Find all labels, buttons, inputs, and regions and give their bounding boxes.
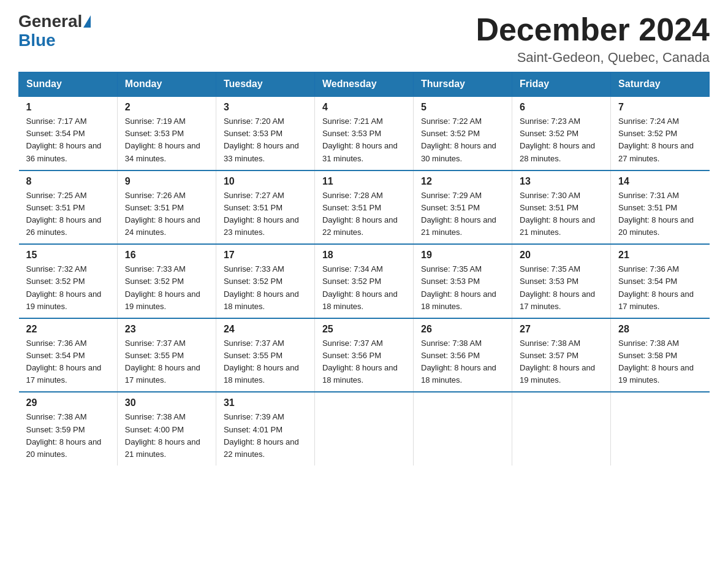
calendar-cell: 13Sunrise: 7:30 AMSunset: 3:51 PMDayligh… [512, 170, 611, 245]
calendar-cell: 8Sunrise: 7:25 AMSunset: 3:51 PMDaylight… [19, 170, 118, 245]
calendar-week-4: 22Sunrise: 7:36 AMSunset: 3:54 PMDayligh… [19, 318, 710, 393]
day-info: Sunrise: 7:32 AMSunset: 3:52 PMDaylight:… [26, 263, 110, 313]
weekday-header-wednesday: Wednesday [314, 72, 413, 97]
day-number: 29 [26, 397, 110, 408]
day-info: Sunrise: 7:20 AMSunset: 3:53 PMDaylight:… [224, 115, 307, 165]
logo-triangle-icon [83, 15, 91, 28]
calendar-cell: 25Sunrise: 7:37 AMSunset: 3:56 PMDayligh… [314, 318, 413, 393]
day-number: 17 [224, 250, 307, 261]
weekday-header-saturday: Saturday [611, 72, 710, 97]
day-info: Sunrise: 7:23 AMSunset: 3:52 PMDaylight:… [520, 115, 603, 165]
day-number: 6 [520, 102, 603, 113]
calendar-cell: 18Sunrise: 7:34 AMSunset: 3:52 PMDayligh… [314, 244, 413, 318]
day-number: 13 [520, 176, 603, 187]
calendar-week-1: 1Sunrise: 7:17 AMSunset: 3:54 PMDaylight… [19, 96, 710, 170]
day-number: 7 [618, 102, 702, 113]
page-title: December 2024 [476, 12, 710, 47]
calendar-cell: 1Sunrise: 7:17 AMSunset: 3:54 PMDaylight… [19, 96, 118, 170]
day-info: Sunrise: 7:39 AMSunset: 4:01 PMDaylight:… [224, 411, 307, 461]
calendar-cell: 22Sunrise: 7:36 AMSunset: 3:54 PMDayligh… [19, 318, 118, 393]
day-info: Sunrise: 7:34 AMSunset: 3:52 PMDaylight:… [322, 263, 406, 313]
calendar-cell: 11Sunrise: 7:28 AMSunset: 3:51 PMDayligh… [314, 170, 413, 245]
day-number: 27 [520, 324, 603, 335]
weekday-header-row: SundayMondayTuesdayWednesdayThursdayFrid… [19, 72, 710, 97]
day-number: 10 [224, 176, 307, 187]
calendar-cell: 29Sunrise: 7:38 AMSunset: 3:59 PMDayligh… [19, 392, 118, 465]
day-number: 11 [322, 176, 406, 187]
weekday-header-friday: Friday [512, 72, 611, 97]
day-info: Sunrise: 7:24 AMSunset: 3:52 PMDaylight:… [618, 115, 702, 165]
calendar-cell: 31Sunrise: 7:39 AMSunset: 4:01 PMDayligh… [216, 392, 314, 465]
day-info: Sunrise: 7:38 AMSunset: 3:58 PMDaylight:… [618, 337, 702, 387]
logo-general: General [18, 12, 82, 31]
day-info: Sunrise: 7:38 AMSunset: 3:56 PMDaylight:… [421, 337, 504, 387]
day-info: Sunrise: 7:27 AMSunset: 3:51 PMDaylight:… [224, 190, 307, 239]
day-number: 5 [421, 102, 504, 113]
day-number: 21 [618, 250, 702, 261]
day-info: Sunrise: 7:26 AMSunset: 3:51 PMDaylight:… [125, 190, 208, 239]
day-info: Sunrise: 7:22 AMSunset: 3:52 PMDaylight:… [421, 115, 504, 165]
day-number: 4 [322, 102, 406, 113]
day-info: Sunrise: 7:28 AMSunset: 3:51 PMDaylight:… [322, 190, 406, 239]
weekday-header-tuesday: Tuesday [216, 72, 314, 97]
calendar-cell: 16Sunrise: 7:33 AMSunset: 3:52 PMDayligh… [117, 244, 216, 318]
calendar-cell: 17Sunrise: 7:33 AMSunset: 3:52 PMDayligh… [216, 244, 314, 318]
day-number: 1 [26, 102, 110, 113]
day-info: Sunrise: 7:33 AMSunset: 3:52 PMDaylight:… [125, 263, 208, 313]
calendar-cell [414, 392, 512, 465]
day-number: 20 [520, 250, 603, 261]
calendar-cell: 9Sunrise: 7:26 AMSunset: 3:51 PMDaylight… [117, 170, 216, 245]
calendar-week-2: 8Sunrise: 7:25 AMSunset: 3:51 PMDaylight… [19, 170, 710, 245]
day-number: 31 [224, 397, 307, 408]
day-number: 22 [26, 324, 110, 335]
calendar-week-3: 15Sunrise: 7:32 AMSunset: 3:52 PMDayligh… [19, 244, 710, 318]
day-info: Sunrise: 7:35 AMSunset: 3:53 PMDaylight:… [520, 263, 603, 313]
day-info: Sunrise: 7:31 AMSunset: 3:51 PMDaylight:… [618, 190, 702, 239]
calendar-cell: 3Sunrise: 7:20 AMSunset: 3:53 PMDaylight… [216, 96, 314, 170]
calendar-cell: 23Sunrise: 7:37 AMSunset: 3:55 PMDayligh… [117, 318, 216, 393]
day-number: 9 [125, 176, 208, 187]
day-number: 23 [125, 324, 208, 335]
day-number: 15 [26, 250, 110, 261]
weekday-header-thursday: Thursday [414, 72, 512, 97]
day-info: Sunrise: 7:37 AMSunset: 3:56 PMDaylight:… [322, 337, 406, 387]
day-info: Sunrise: 7:38 AMSunset: 3:59 PMDaylight:… [26, 411, 110, 461]
day-number: 8 [26, 176, 110, 187]
calendar-cell: 7Sunrise: 7:24 AMSunset: 3:52 PMDaylight… [611, 96, 710, 170]
day-number: 14 [618, 176, 702, 187]
day-number: 12 [421, 176, 504, 187]
day-info: Sunrise: 7:38 AMSunset: 4:00 PMDaylight:… [125, 411, 208, 461]
day-info: Sunrise: 7:37 AMSunset: 3:55 PMDaylight:… [224, 337, 307, 387]
calendar-cell: 10Sunrise: 7:27 AMSunset: 3:51 PMDayligh… [216, 170, 314, 245]
calendar-cell: 15Sunrise: 7:32 AMSunset: 3:52 PMDayligh… [19, 244, 118, 318]
day-number: 16 [125, 250, 208, 261]
day-info: Sunrise: 7:38 AMSunset: 3:57 PMDaylight:… [520, 337, 603, 387]
logo: General Blue [18, 12, 91, 50]
calendar-cell: 19Sunrise: 7:35 AMSunset: 3:53 PMDayligh… [414, 244, 512, 318]
calendar-week-5: 29Sunrise: 7:38 AMSunset: 3:59 PMDayligh… [19, 392, 710, 465]
day-number: 2 [125, 102, 208, 113]
calendar-cell: 27Sunrise: 7:38 AMSunset: 3:57 PMDayligh… [512, 318, 611, 393]
day-number: 30 [125, 397, 208, 408]
day-info: Sunrise: 7:36 AMSunset: 3:54 PMDaylight:… [618, 263, 702, 313]
page-subtitle: Saint-Gedeon, Quebec, Canada [476, 50, 710, 66]
calendar-cell: 30Sunrise: 7:38 AMSunset: 4:00 PMDayligh… [117, 392, 216, 465]
calendar-cell: 2Sunrise: 7:19 AMSunset: 3:53 PMDaylight… [117, 96, 216, 170]
weekday-header-sunday: Sunday [19, 72, 118, 97]
calendar-cell: 26Sunrise: 7:38 AMSunset: 3:56 PMDayligh… [414, 318, 512, 393]
calendar-cell [611, 392, 710, 465]
calendar-cell: 12Sunrise: 7:29 AMSunset: 3:51 PMDayligh… [414, 170, 512, 245]
day-number: 26 [421, 324, 504, 335]
calendar-cell [512, 392, 611, 465]
day-info: Sunrise: 7:25 AMSunset: 3:51 PMDaylight:… [26, 190, 110, 239]
day-info: Sunrise: 7:21 AMSunset: 3:53 PMDaylight:… [322, 115, 406, 165]
calendar-table: SundayMondayTuesdayWednesdayThursdayFrid… [18, 72, 710, 465]
day-info: Sunrise: 7:35 AMSunset: 3:53 PMDaylight:… [421, 263, 504, 313]
calendar-cell: 5Sunrise: 7:22 AMSunset: 3:52 PMDaylight… [414, 96, 512, 170]
calendar-cell: 24Sunrise: 7:37 AMSunset: 3:55 PMDayligh… [216, 318, 314, 393]
day-info: Sunrise: 7:29 AMSunset: 3:51 PMDaylight:… [421, 190, 504, 239]
day-number: 28 [618, 324, 702, 335]
day-info: Sunrise: 7:37 AMSunset: 3:55 PMDaylight:… [125, 337, 208, 387]
title-block: December 2024 Saint-Gedeon, Quebec, Cana… [476, 12, 710, 66]
day-info: Sunrise: 7:19 AMSunset: 3:53 PMDaylight:… [125, 115, 208, 165]
